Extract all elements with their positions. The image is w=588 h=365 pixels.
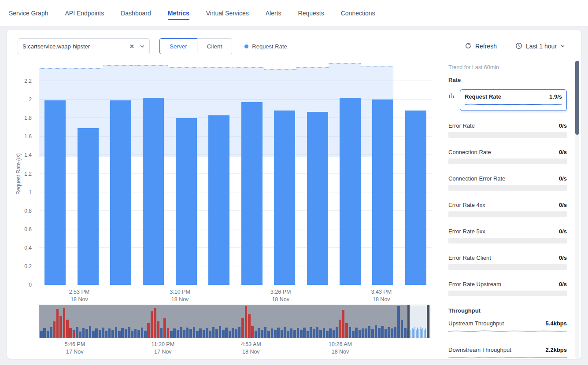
tab-service-graph[interactable]: Service Graph [9,0,48,26]
overview-slot [108,305,111,338]
trend-item-connection-rate[interactable]: Connection Rate0/s [448,149,567,164]
overview-bar [232,328,234,338]
server-toggle-button[interactable]: Server [159,38,197,54]
tab-virtual-services[interactable]: Virtual Services [206,0,249,26]
overview-slot [387,305,390,338]
client-toggle-button[interactable]: Client [197,38,233,54]
trend-item-label: Request Rate [465,93,501,100]
refresh-button[interactable]: Refresh [465,42,497,51]
x-tick-label: 4:53 AM18 Nov [241,341,261,356]
tab-alerts[interactable]: Alerts [266,0,281,26]
overview-slot [218,305,222,338]
overview-bar [235,329,237,338]
overview-slot [270,305,274,338]
service-select-value: S:cartservice.waap-hipster [22,43,129,50]
trend-item-label: Error Rate Upstream [448,281,501,288]
overview-error-bar [157,321,159,338]
overview-bar [99,330,101,338]
time-range-selector[interactable]: Last 1 hour [515,42,565,51]
trend-item-label: Error Rate 4xx [448,202,485,208]
overview-slot [101,305,104,338]
trend-item-error-rate-4xx[interactable]: Error Rate 4xx0/s [448,202,567,217]
trend-item-label: Connection Error Rate [448,175,505,182]
overview-bar [160,328,163,338]
overview-bar [141,328,144,338]
tab-dashboard[interactable]: Dashboard [121,0,151,26]
overview-slot [332,305,335,338]
tab-api-endpoints[interactable]: API Endpoints [65,0,104,26]
request-rate-bar [372,100,393,285]
overview-slot [403,305,407,338]
trend-item-connection-error-rate[interactable]: Connection Error Rate0/s [448,175,567,191]
legend-dot-request-rate [244,44,248,48]
overview-bar [186,328,189,338]
overview-error-bar [63,308,66,338]
legend-label: Request Rate [252,43,287,50]
overview-slot [391,305,394,338]
overview-slot [127,305,130,338]
x-tick-label: 11:20 PM17 Nov [152,341,175,356]
main-plot-area[interactable] [39,63,432,285]
error-rate-4xx-sparkline [448,211,567,217]
x-axis-labels: 2:53 PM18 Nov3:10 PM18 Nov3:26 PM18 Nov3… [39,288,432,304]
overview-slot [134,305,137,338]
overview-bar [229,331,231,338]
brush-selection[interactable] [408,305,428,338]
overview-error-bar [245,306,248,338]
overview-slot [115,305,118,338]
overview-slot [82,305,85,338]
service-select[interactable]: S:cartservice.waap-hipster ✕ [18,38,150,54]
tab-requests[interactable]: Requests [298,0,324,26]
brush-handle-right[interactable] [427,305,429,338]
overview-bar [258,328,260,338]
chevron-down-icon[interactable] [140,44,145,49]
overview-bar [391,328,393,338]
top-nav: Service GraphAPI EndpointsDashboardMetri… [0,0,588,26]
tick-date: 18 Nov [371,296,392,303]
time-brush-chart[interactable] [39,305,430,338]
trend-item-error-rate[interactable]: Error Rate0/s [448,122,567,138]
panel-scrollbar[interactable] [575,61,579,359]
bar-chart-icon[interactable] [448,92,456,111]
tick-date: 18 Nov [270,296,291,303]
trend-item-error-rate-client[interactable]: Error Rate Client0/s [448,254,567,270]
section-title-throughput: Throughput [448,307,567,314]
overview-bar [128,327,130,338]
overview-bar [170,331,173,338]
trend-item-downstream-throughput[interactable]: Downstream Throughput2.2kbps [448,347,567,359]
trend-item-error-rate-5xx[interactable]: Error Rate 5xx0/s [448,228,567,243]
tab-connections[interactable]: Connections [341,0,375,26]
overview-bar [388,327,390,338]
overview-bar [199,328,202,338]
overview-bar [261,330,263,338]
clear-icon[interactable]: ✕ [129,43,134,50]
overview-bar [76,327,78,338]
overview-bar [277,328,280,338]
overview-bar [271,328,274,338]
selection-bar [425,328,426,338]
overview-slot [89,305,92,338]
overview-bar [219,326,222,338]
overview-bar [85,329,88,338]
tab-metrics[interactable]: Metrics [168,0,189,26]
overview-bar [108,328,111,338]
brush-handle-left[interactable] [407,305,410,338]
overview-slot [248,305,251,338]
overview-slot [283,305,286,338]
request-rate-bar [274,111,295,285]
y-tick-label: 2.2 [24,78,32,84]
trend-card-selected[interactable]: Request Rate1.9/s [460,89,567,111]
chart-controls: S:cartservice.waap-hipster ✕ Server Clie… [7,30,581,55]
scrollbar-thumb[interactable] [575,61,579,135]
overview-slot [342,305,345,338]
selection-bars [410,305,426,338]
overview-bar [173,328,176,338]
connection-rate-sparkline [448,159,567,164]
trend-item-error-rate-upstream[interactable]: Error Rate Upstream0/s [448,281,567,296]
metrics-card: S:cartservice.waap-hipster ✕ Server Clie… [7,30,581,359]
tick-time: 5:46 PM [65,341,85,348]
overview-slot [46,305,49,338]
trend-item-upstream-throughput[interactable]: Upstream Throughput5.4kbps [448,320,567,336]
trend-item-label: Error Rate 5xx [448,228,485,235]
connection-error-rate-sparkline [448,185,567,191]
